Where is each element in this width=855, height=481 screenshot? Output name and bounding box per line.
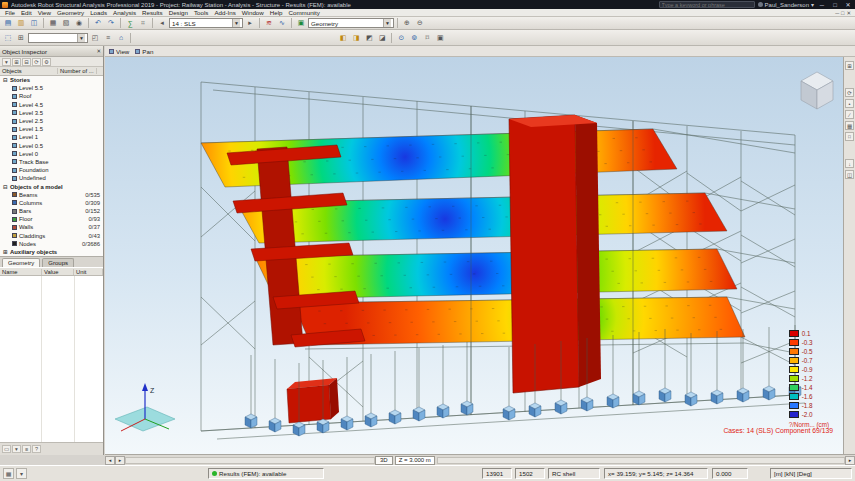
diagrams-icon[interactable]: ∿ [276, 18, 288, 29]
panel-list-icon[interactable]: ≡ [22, 445, 31, 453]
legend-entry[interactable]: -1.6 [789, 392, 829, 401]
tree-story-level-1.5[interactable]: Level 1.5 [0, 125, 103, 133]
new-project-icon[interactable]: ▤ [2, 18, 14, 29]
scroll-left-icon[interactable]: ◂ [105, 456, 115, 465]
inspector-settings-icon[interactable]: ⚙ [42, 58, 51, 66]
maximize-button[interactable]: □ [830, 2, 840, 8]
pan-button[interactable]: Pan [135, 48, 153, 55]
bars-display-icon[interactable]: ∕ [845, 110, 854, 119]
result-legend[interactable]: 0.1-0.3-0.5-0.7-0.9-1.2-1.4-1.6-1.8-2.0 … [789, 329, 829, 428]
select-all-icon[interactable]: ⊞ [15, 32, 27, 43]
refresh-icon[interactable]: ⟳ [32, 58, 41, 66]
menu-item-design[interactable]: Design [166, 9, 191, 16]
menu-item-help[interactable]: Help [267, 9, 286, 16]
legend-entry[interactable]: -1.4 [789, 383, 829, 392]
menu-item-analysis[interactable]: Analysis [110, 9, 139, 16]
tree-object-floor[interactable]: Floor0/93 [0, 215, 103, 223]
menu-item-view[interactable]: View [35, 9, 54, 16]
sections-display-icon[interactable]: ◫ [845, 170, 854, 179]
print-icon[interactable]: ▦ [47, 18, 59, 29]
view-tab-3d[interactable]: 3D [375, 456, 393, 465]
panels-display-icon[interactable]: ▦ [845, 121, 854, 130]
legend-entry[interactable]: -1.8 [789, 401, 829, 410]
tab-groups[interactable]: Groups [42, 258, 74, 267]
calculations-icon[interactable]: ∑ [124, 18, 136, 29]
tree-object-claddings[interactable]: Claddings0/43 [0, 232, 103, 240]
legend-entry[interactable]: -0.5 [789, 347, 829, 356]
selection-filter-combo[interactable]: ▼ [28, 33, 88, 43]
open-project-icon[interactable]: ▥ [15, 18, 27, 29]
tree-story-level-3.5[interactable]: Level 3.5 [0, 109, 103, 117]
collapse-icon[interactable]: ⊟ [3, 184, 9, 190]
search-input[interactable] [659, 1, 755, 8]
menu-item-tools[interactable]: Tools [191, 9, 211, 16]
tree-object-bars[interactable]: Bars0/152 [0, 207, 103, 215]
legend-entry[interactable]: -1.2 [789, 374, 829, 383]
tree-story-foundation[interactable]: Foundation [0, 166, 103, 174]
status-filter-icon[interactable]: ▾ [16, 468, 27, 479]
tree-model-root[interactable]: ⊟ Objects of a model [0, 182, 103, 190]
tab-geometry[interactable]: Geometry [2, 258, 40, 267]
panel-filter-icon[interactable]: ▾ [12, 445, 21, 453]
tree-story-level-5.5[interactable]: Level 5.5 [0, 84, 103, 92]
view-menu-button[interactable]: View [109, 48, 129, 55]
load-case-selector[interactable]: 14 : SLS▼ [169, 18, 243, 28]
expand-icon[interactable]: ⊞ [3, 249, 9, 255]
collapse-icon[interactable]: ⊟ [3, 77, 9, 83]
menu-item-window[interactable]: Window [239, 9, 267, 16]
tree-object-walls[interactable]: Walls0/37 [0, 223, 103, 231]
account-menu[interactable]: Paul_Sanderson ▾ [758, 1, 814, 8]
menu-item-community[interactable]: Community [285, 9, 322, 16]
previous-case-icon[interactable]: ◂ [156, 18, 168, 29]
rotate-view-icon[interactable]: ⟳ [845, 88, 854, 97]
tree-story-track-base[interactable]: Track Base [0, 158, 103, 166]
render-shaded-icon[interactable]: ◧ [337, 32, 349, 43]
scroll-right-icon[interactable]: ▸ [115, 456, 125, 465]
menu-item-results[interactable]: Results [139, 9, 166, 16]
tree-story-roof[interactable]: Roof [0, 92, 103, 100]
menu-item-file[interactable]: File [2, 9, 18, 16]
z-level-indicator[interactable]: Z = 3.000 m [395, 456, 435, 465]
close-button[interactable]: ✕ [843, 1, 853, 8]
undo-icon[interactable]: ↶ [92, 18, 104, 29]
print-preview-icon[interactable]: ▧ [60, 18, 72, 29]
legend-entry[interactable]: -2.0 [789, 410, 829, 419]
expand-all-icon[interactable]: ⊞ [12, 58, 21, 66]
tree-auxiliary-root[interactable]: ⊞ Auxiliary objects [0, 248, 103, 256]
tree-story-level-2.5[interactable]: Level 2.5 [0, 117, 103, 125]
screen-capture-icon[interactable]: ◉ [73, 18, 85, 29]
tree-story-level-1[interactable]: Level 1 [0, 133, 103, 141]
menu-item-loads[interactable]: Loads [87, 9, 110, 16]
results-status[interactable]: Results (FEM): available [208, 468, 324, 479]
legend-entry[interactable]: -0.7 [789, 356, 829, 365]
initial-view-icon[interactable]: ⌂ [115, 32, 127, 43]
horizontal-scrollbar-right[interactable] [437, 457, 845, 464]
viewport[interactable]: Z 0.1-0.3-0.5-0.7-0.9-1.2-1.4-1.6-1.8-2.… [105, 57, 843, 454]
units-indicator[interactable]: [m] [kN] [Deg] [770, 468, 852, 479]
mdi-restore-icon[interactable]: □ [841, 10, 844, 16]
view-manager-icon[interactable]: ◰ [89, 32, 101, 43]
zoom-out-icon[interactable]: ⊖ [414, 18, 426, 29]
zoom-window-icon[interactable]: ⊞ [845, 61, 854, 70]
supports-icon[interactable]: ⌑ [845, 132, 854, 141]
legend-entry[interactable]: -0.3 [789, 338, 829, 347]
section-view-icon[interactable]: ◩ [363, 32, 375, 43]
inspector-close-icon[interactable]: ✕ [96, 48, 101, 54]
zoom-in-icon[interactable]: ⊕ [401, 18, 413, 29]
menu-item-edit[interactable]: Edit [18, 9, 35, 16]
analysis-params-icon[interactable]: ⌗ [137, 18, 149, 29]
node-numbers-icon[interactable]: ⊙ [395, 32, 407, 43]
select-icon[interactable]: ⬚ [2, 32, 14, 43]
nodes-display-icon[interactable]: • [845, 99, 854, 108]
next-case-icon[interactable]: ▸ [244, 18, 256, 29]
tree-stories-root[interactable]: ⊟ Stories [0, 76, 103, 84]
layout-selector[interactable]: Geometry▼ [308, 18, 394, 28]
tree-object-nodes[interactable]: Nodes0/3686 [0, 240, 103, 248]
panel-help-icon[interactable]: ? [32, 445, 41, 453]
legend-entry[interactable]: 0.1 [789, 329, 829, 338]
tree-story-undefined[interactable]: Undefined [0, 174, 103, 182]
tree-object-columns[interactable]: Columns0/309 [0, 199, 103, 207]
horizontal-scrollbar[interactable] [125, 457, 375, 464]
projection-icon[interactable]: ◪ [376, 32, 388, 43]
panel-select-icon[interactable]: ▭ [2, 445, 11, 453]
